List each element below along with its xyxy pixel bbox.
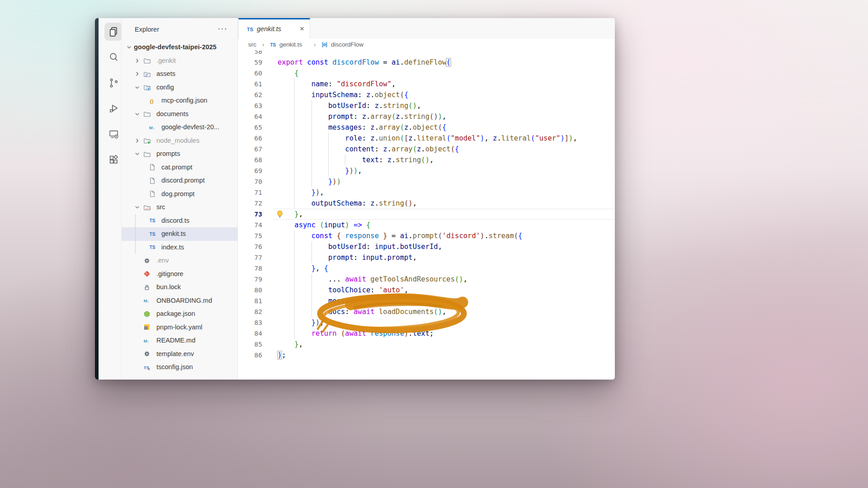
line-number[interactable]: 66 xyxy=(238,133,262,144)
code-line-63[interactable]: 63 botUserId: z.string(), xyxy=(238,100,615,111)
breadcrumb-genkit-ts[interactable]: genkit.ts xyxy=(279,39,302,51)
source-control-icon[interactable] xyxy=(104,74,123,92)
tree-item-node-modules[interactable]: node_modules xyxy=(122,134,237,148)
code-line-58[interactable]: 58 xyxy=(238,51,615,57)
line-number[interactable]: 58 xyxy=(238,51,262,57)
line-number[interactable]: 82 xyxy=(238,306,262,317)
line-number[interactable]: 59 xyxy=(238,57,262,68)
tree-item-index-ts[interactable]: TSindex.ts xyxy=(122,241,237,254)
run-debug-icon[interactable] xyxy=(104,99,123,117)
close-icon[interactable]: × xyxy=(300,19,304,38)
chevron-down-icon[interactable] xyxy=(134,84,141,91)
code-line-66[interactable]: 66 role: z.union([z.literal("model"), z.… xyxy=(238,133,615,144)
tree-item-template-env[interactable]: template.env xyxy=(122,347,237,361)
line-number[interactable]: 79 xyxy=(238,274,262,285)
line-number[interactable]: 78 xyxy=(238,263,262,274)
tree-item-onboarding-md[interactable]: M↓ONBOARDING.md xyxy=(122,294,237,308)
line-number[interactable]: 60 xyxy=(238,68,262,79)
code-line-79[interactable]: 79 ... await getToolsAndResources(), xyxy=(238,274,615,285)
chevron-down-icon[interactable] xyxy=(134,150,141,157)
tree-item-tsconfig-json[interactable]: TStsconfig.json xyxy=(122,361,237,374)
tree-item-config[interactable]: config xyxy=(122,81,237,94)
code-line-85[interactable]: 85 }, xyxy=(238,339,615,350)
code-line-68[interactable]: 68 text: z.string(), xyxy=(238,155,615,165)
code-line-86[interactable]: 86); xyxy=(238,350,615,361)
code-line-73[interactable]: 73 }, xyxy=(238,209,615,220)
breadcrumb-src[interactable]: src xyxy=(248,39,256,51)
code-line-65[interactable]: 65 messages: z.array(z.object({ xyxy=(238,122,615,133)
tree-item-prompts[interactable]: prompts xyxy=(122,147,237,161)
line-number[interactable]: 75 xyxy=(238,230,262,241)
chevron-down-icon[interactable] xyxy=(126,44,132,51)
tree-item-package-json[interactable]: package.json xyxy=(122,307,237,321)
tree-item-readme-md[interactable]: M↓README.md xyxy=(122,334,237,347)
tree-item-genkit-ts[interactable]: TSgenkit.ts xyxy=(122,227,237,241)
tab-genkit-ts[interactable]: TS genkit.ts × xyxy=(238,18,310,39)
line-number[interactable]: 61 xyxy=(238,79,262,89)
tree-item-src[interactable]: </>src xyxy=(122,201,237,214)
tree-item--env[interactable]: .env xyxy=(122,254,237,267)
code-line-77[interactable]: 77 prompt: input.prompt, xyxy=(238,252,615,263)
remote-explorer-icon[interactable] xyxy=(104,125,123,143)
code-line-69[interactable]: 69 })), xyxy=(238,165,615,176)
code-line-62[interactable]: 62 inputSchema: z.object({ xyxy=(238,89,615,100)
tree-item-mcp-config-json[interactable]: {}mcp-config.json xyxy=(122,94,237,108)
code-line-61[interactable]: 61 name: "discordFlow", xyxy=(238,79,615,89)
code-line-71[interactable]: 71 }), xyxy=(238,187,615,198)
code-line-81[interactable]: 81 messages: input.messages, xyxy=(238,296,615,306)
tree-item-google-devfest-taipei-2025[interactable]: google-devfest-taipei-2025 xyxy=(122,41,237,54)
line-number[interactable]: 69 xyxy=(238,165,262,176)
chevron-right-icon[interactable] xyxy=(134,70,141,77)
code-line-59[interactable]: 59export const discordFlow = ai.defineFl… xyxy=(238,57,615,68)
line-number[interactable]: 64 xyxy=(238,111,262,122)
code-line-84[interactable]: 84 return (await response).text; xyxy=(238,328,615,339)
extensions-icon[interactable] xyxy=(104,150,123,169)
code-line-83[interactable]: 83 }); xyxy=(238,317,615,328)
code-line-72[interactable]: 72 outputSchema: z.string(), xyxy=(238,198,615,209)
tree-item-discord-ts[interactable]: TSdiscord.ts xyxy=(122,214,237,228)
code-line-78[interactable]: 78 }, { xyxy=(238,263,615,274)
code-line-67[interactable]: 67 content: z.array(z.object({ xyxy=(238,144,615,155)
more-actions-button[interactable]: ··· xyxy=(217,18,227,39)
line-number[interactable]: 77 xyxy=(238,252,262,263)
tree-item-pnpm-lock-yaml[interactable]: pnpm-lock.yaml xyxy=(122,321,237,334)
tree-item-documents[interactable]: documents xyxy=(122,108,237,121)
tree-item--gitignore[interactable]: .gitignore xyxy=(122,267,237,281)
line-number[interactable]: 74 xyxy=(238,220,262,230)
search-icon[interactable] xyxy=(104,48,123,66)
code-line-74[interactable]: 74 async (input) => { xyxy=(238,220,615,230)
line-number[interactable]: 80 xyxy=(238,285,262,296)
line-number[interactable]: 73 xyxy=(238,209,262,220)
tree-item-google-devfest-20-[interactable]: M↓google-devfest-20... xyxy=(122,121,237,134)
chevron-right-icon[interactable] xyxy=(134,137,141,144)
explorer-icon[interactable] xyxy=(104,23,123,41)
line-number[interactable]: 67 xyxy=(238,144,262,155)
code-editor[interactable]: 5859export const discordFlow = ai.define… xyxy=(238,51,615,380)
breadcrumb-discordFlow[interactable]: discordFlow xyxy=(331,39,363,51)
line-number[interactable]: 81 xyxy=(238,296,262,306)
tree-item--genkit[interactable]: .genkit xyxy=(122,54,237,68)
line-number[interactable]: 71 xyxy=(238,187,262,198)
tree-item-discord-prompt[interactable]: discord.prompt xyxy=(122,174,237,188)
line-number[interactable]: 83 xyxy=(238,317,262,328)
line-number[interactable]: 70 xyxy=(238,176,262,187)
line-number[interactable]: 76 xyxy=(238,241,262,252)
code-line-60[interactable]: 60 { xyxy=(238,68,615,79)
chevron-down-icon[interactable] xyxy=(134,204,141,211)
line-number[interactable]: 62 xyxy=(238,89,262,100)
line-number[interactable]: 72 xyxy=(238,198,262,209)
line-number[interactable]: 84 xyxy=(238,328,262,339)
line-number[interactable]: 65 xyxy=(238,122,262,133)
line-number[interactable]: 63 xyxy=(238,100,262,111)
line-number[interactable]: 86 xyxy=(238,350,262,361)
tree-item-dog-prompt[interactable]: dog.prompt xyxy=(122,188,237,201)
code-line-70[interactable]: 70 })) xyxy=(238,176,615,187)
code-line-82[interactable]: 82 docs: await loadDocuments(), xyxy=(238,306,615,317)
chevron-down-icon[interactable] xyxy=(134,111,141,117)
tree-item-assets[interactable]: assets xyxy=(122,67,237,81)
line-number[interactable]: 68 xyxy=(238,155,262,165)
code-line-64[interactable]: 64 prompt: z.array(z.string()), xyxy=(238,111,615,122)
chevron-right-icon[interactable] xyxy=(134,57,141,64)
line-number[interactable]: 85 xyxy=(238,339,262,350)
code-line-80[interactable]: 80 toolChoice: 'auto', xyxy=(238,285,615,296)
